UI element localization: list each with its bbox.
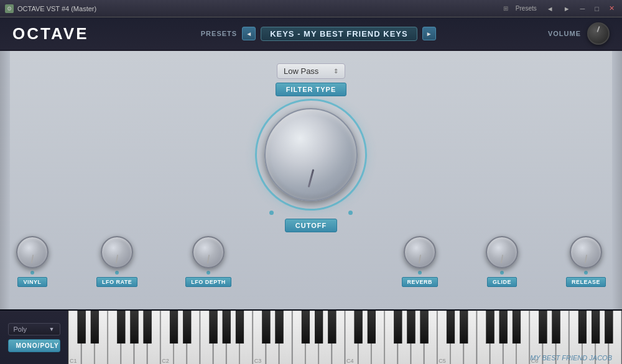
title-bar-title: OCTAVE VST #4 (Master) [17,5,96,12]
keyboard-controls: Poly ▼ MONO/POLY [0,311,68,364]
preset-navigation: PRESETS ◄ KEYS - MY BEST FRIEND KEYS ► [201,27,436,41]
cutoff-dot-right [348,211,353,215]
maximize-button[interactable]: □ [592,4,601,14]
glide-knob-group: GLIDE [486,236,518,287]
lfo-depth-knob[interactable] [192,236,225,268]
plugin-window: OCTAVE PRESETS ◄ KEYS - MY BEST FRIEND K… [0,17,622,364]
main-content: Low Pass ⇕ FILTER TYPE CUTOFF [0,51,622,309]
main-knob-container [255,99,367,211]
lfo-depth-knob-group: LFO DEPTH [185,236,231,287]
filter-type-dropdown[interactable]: Low Pass ⇕ [277,63,345,79]
side-rail-right [612,51,622,309]
reverb-label[interactable]: REVERB [402,277,439,287]
volume-label: VOLUME [548,30,581,37]
lfo-rate-knob-group: LFO RATE [96,236,137,287]
volume-knob[interactable] [587,22,610,45]
preset-name: KEYS - MY BEST FRIEND KEYS [261,27,417,41]
title-bar-controls: ⊞ Presets ◄ ► ─ □ ✕ [503,3,617,14]
glide-label[interactable]: GLIDE [487,277,517,287]
prev-preset-arrow[interactable]: ◄ [242,27,256,40]
mono-poly-button[interactable]: MONO/POLY [8,339,60,352]
next-preset-arrow[interactable]: ► [422,27,436,40]
lfo-rate-label[interactable]: LFO RATE [96,277,137,287]
next-preset-btn[interactable]: ► [561,4,573,14]
release-label[interactable]: RELEASE [566,277,606,287]
grid-icon: ⊞ [503,5,508,12]
reverb-knob-group: REVERB [402,236,439,287]
lfo-depth-label[interactable]: LFO DEPTH [185,277,231,287]
piano-container[interactable]: MY BEST FRIEND JACOB [68,311,622,364]
cutoff-knob-ring [255,99,367,211]
glide-dot [500,271,504,275]
lfo-depth-dot [207,271,210,275]
logo: OCTAVE [12,24,88,43]
filter-type-button[interactable]: FILTER TYPE [276,83,346,96]
gear-icon: ⚙ [5,4,14,13]
cutoff-area: CUTOFF [269,211,353,232]
keyboard-name: MY BEST FRIEND JACOB [530,354,612,362]
vinyl-knob[interactable] [16,236,49,268]
cutoff-dots [269,211,353,215]
side-rail-left [0,51,10,309]
keyboard-section: Poly ▼ MONO/POLY MY BEST FRIEND JACOB [0,309,622,364]
vinyl-label[interactable]: VINYL [17,277,47,287]
lfo-rate-knob[interactable] [101,236,133,268]
reverb-dot [418,271,422,275]
minimize-button[interactable]: ─ [578,4,588,14]
title-bar-left: ⚙ OCTAVE VST #4 (Master) [5,4,96,13]
presets-label[interactable]: Presets [513,4,539,13]
filter-section: Low Pass ⇕ FILTER TYPE [276,63,346,96]
vinyl-knob-group: VINYL [16,236,49,287]
glide-knob[interactable] [486,236,518,268]
poly-value: Poly [14,325,27,333]
release-dot [584,271,588,275]
header: OCTAVE PRESETS ◄ KEYS - MY BEST FRIEND K… [0,17,622,51]
lfo-rate-dot [115,271,119,275]
release-knob[interactable] [570,236,602,268]
presets-header-label: PRESETS [201,30,237,37]
close-button[interactable]: ✕ [606,3,617,14]
poly-arrow-icon: ▼ [49,326,55,332]
cutoff-button[interactable]: CUTOFF [285,219,337,232]
title-bar: ⚙ OCTAVE VST #4 (Master) ⊞ Presets ◄ ► ─… [0,0,622,17]
knobs-row: VINYL LFO RATE LFO DEPTH REVERB [10,236,612,287]
filter-dropdown-value: Low Pass [284,66,318,76]
dropdown-arrow-icon: ⇕ [333,68,338,75]
volume-section: VOLUME [548,22,610,45]
cutoff-knob[interactable] [264,108,358,201]
reverb-knob[interactable] [404,236,436,268]
vinyl-dot [30,271,34,275]
prev-preset-btn[interactable]: ◄ [544,4,556,14]
poly-select[interactable]: Poly ▼ [8,323,60,335]
cutoff-dot-left [269,211,274,215]
release-knob-group: RELEASE [566,236,606,287]
